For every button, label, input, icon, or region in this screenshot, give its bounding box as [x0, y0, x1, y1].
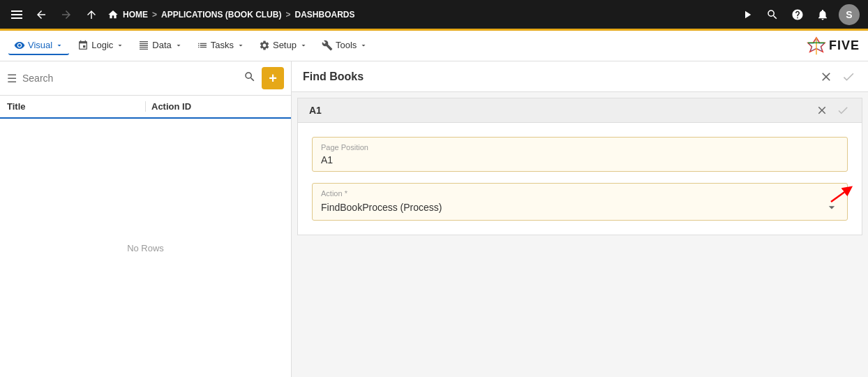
page-position-label: Page Position — [321, 143, 839, 151]
page-position-value: A1 — [321, 154, 839, 165]
menu-button[interactable] — [8, 8, 25, 22]
breadcrumb-current: DASHBOARDS — [294, 10, 354, 20]
setup-label: Setup — [273, 40, 297, 50]
find-books-close-icon — [819, 70, 833, 84]
hamburger-icon — [11, 10, 22, 19]
play-button[interactable] — [738, 6, 756, 24]
breadcrumb: HOME > APPLICATIONS (BOOK CLUB) > DASHBO… — [107, 9, 354, 20]
left-panel: ☰ + Title Action ID No Rows — [0, 61, 292, 377]
visual-label: Visual — [28, 40, 52, 50]
visual-dropdown-icon — [55, 41, 63, 50]
logic-dropdown-icon — [116, 41, 124, 50]
a1-check-icon — [837, 104, 849, 117]
tasks-label: Tasks — [211, 40, 234, 50]
breadcrumb-app: APPLICATIONS (BOOK CLUB) — [161, 10, 281, 20]
a1-title: A1 — [309, 105, 814, 116]
no-rows-message: No Rows — [0, 119, 291, 377]
find-books-confirm-button[interactable] — [840, 68, 857, 85]
column-title: Title — [7, 101, 140, 112]
help-icon — [791, 8, 804, 21]
tasks-icon — [197, 40, 208, 51]
forward-button[interactable] — [57, 6, 75, 24]
right-panel-inner: Find Books A1 — [292, 61, 868, 377]
logic-icon — [77, 40, 89, 51]
data-dropdown-icon — [174, 41, 183, 50]
toolbar-item-tools[interactable]: Tools — [316, 37, 373, 55]
back-button[interactable] — [32, 6, 50, 24]
search-submit-button[interactable] — [244, 71, 256, 86]
search-button[interactable] — [763, 6, 781, 24]
toolbar: Visual Logic Data — [0, 31, 868, 61]
find-books-header: Find Books — [292, 61, 868, 92]
a1-header-actions — [814, 103, 851, 118]
visual-icon — [14, 40, 25, 51]
play-icon — [741, 8, 754, 21]
action-label: Action * — [321, 189, 839, 198]
five-logo-icon — [807, 36, 826, 56]
find-books-close-button[interactable] — [818, 68, 835, 85]
tools-dropdown-icon — [359, 41, 368, 50]
notification-icon — [816, 8, 829, 21]
tools-label: Tools — [336, 40, 357, 50]
add-button[interactable]: + — [262, 67, 284, 89]
top-nav-left: HOME > APPLICATIONS (BOOK CLUB) > DASHBO… — [8, 6, 738, 24]
find-books-title: Find Books — [303, 71, 818, 83]
main-area: ☰ + Title Action ID No Rows Find Books — [0, 61, 868, 377]
table-header: Title Action ID — [0, 96, 291, 119]
a1-body: Page Position A1 Action * FindBookProces… — [298, 123, 862, 235]
setup-icon — [259, 40, 270, 51]
toolbar-item-visual[interactable]: Visual — [8, 37, 69, 55]
top-nav: HOME > APPLICATIONS (BOOK CLUB) > DASHBO… — [0, 0, 868, 31]
five-logo-text: FIVE — [829, 38, 860, 53]
top-nav-right: S — [738, 4, 860, 25]
notification-button[interactable] — [814, 6, 832, 24]
breadcrumb-home: HOME — [123, 10, 148, 20]
toolbar-item-data[interactable]: Data — [133, 37, 188, 55]
find-books-header-actions — [818, 68, 857, 85]
up-icon — [85, 8, 98, 21]
tools-icon — [322, 40, 333, 51]
avatar[interactable]: S — [839, 4, 860, 25]
page-position-field: Page Position A1 — [312, 137, 848, 172]
column-action-id: Action ID — [151, 101, 284, 112]
forward-icon — [60, 8, 73, 21]
five-logo: FIVE — [807, 36, 860, 56]
column-divider — [145, 101, 146, 112]
a1-section: A1 — [297, 98, 862, 235]
a1-confirm-button[interactable] — [835, 103, 851, 118]
search-bar: ☰ + — [0, 61, 291, 96]
action-field[interactable]: Action * FindBookProcess (Process) — [312, 183, 848, 221]
setup-dropdown-icon — [299, 41, 308, 50]
filter-icon: ☰ — [7, 72, 17, 85]
breadcrumb-sep1: > — [152, 10, 157, 20]
toolbar-left: Visual Logic Data — [8, 37, 373, 55]
search-input[interactable] — [22, 73, 238, 84]
help-button[interactable] — [788, 6, 807, 24]
a1-header: A1 — [298, 98, 862, 123]
a1-close-button[interactable] — [814, 103, 830, 118]
toolbar-item-logic[interactable]: Logic — [72, 37, 130, 55]
action-value: FindBookProcess (Process) — [321, 202, 825, 213]
find-books-check-icon — [841, 70, 855, 84]
data-label: Data — [152, 40, 171, 50]
action-select[interactable]: FindBookProcess (Process) — [321, 200, 839, 214]
search-icon — [766, 8, 779, 21]
home-icon — [107, 9, 119, 20]
action-dropdown-icon — [825, 200, 839, 214]
a1-close-icon — [816, 104, 828, 117]
toolbar-item-setup[interactable]: Setup — [253, 37, 313, 55]
right-panel: Find Books A1 — [292, 61, 868, 377]
search-magnifier-icon — [244, 71, 256, 83]
toolbar-item-tasks[interactable]: Tasks — [191, 37, 250, 55]
tasks-dropdown-icon — [237, 41, 245, 50]
data-icon — [138, 40, 149, 51]
up-button[interactable] — [82, 6, 100, 24]
back-icon — [35, 8, 47, 21]
logic-label: Logic — [91, 40, 113, 50]
breadcrumb-sep2: > — [285, 10, 290, 20]
